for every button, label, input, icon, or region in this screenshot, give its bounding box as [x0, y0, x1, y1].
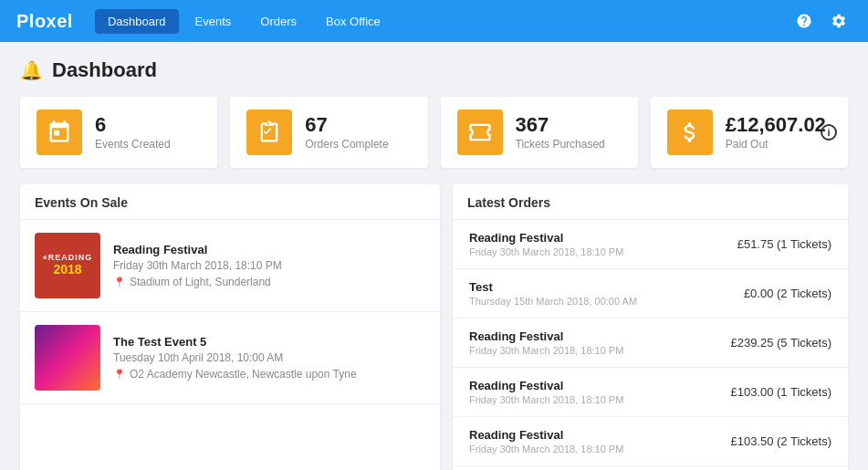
- event-thumb-test: [35, 325, 100, 391]
- event-name-test: The Test Event 5: [113, 335, 357, 349]
- dashboard-icon: 🔔: [20, 59, 43, 81]
- orders-panel: Latest Orders Reading Festival Friday 30…: [453, 184, 848, 470]
- order-date-1: Thursday 15th March 2018, 00:00 AM: [469, 296, 637, 307]
- events-panel: Events On Sale «READING 2018 Reading Fes…: [20, 184, 440, 470]
- nav-dashboard[interactable]: Dashboard: [95, 9, 179, 34]
- nav-links: Dashboard Events Orders Box Office: [95, 9, 791, 34]
- orders-panel-body: Reading Festival Friday 30th March 2018,…: [453, 220, 848, 470]
- order-name-4: Reading Festival: [469, 428, 623, 442]
- event-venue-reading: 📍 Stadium of Light, Sunderland: [113, 276, 282, 288]
- order-item-1[interactable]: Test Thursday 15th March 2018, 00:00 AM …: [453, 269, 848, 319]
- order-date-2: Friday 30th March 2018, 18:10 PM: [469, 345, 623, 356]
- orders-icon-box: [246, 110, 292, 155]
- paidout-label: Paid Out: [726, 138, 826, 151]
- event-venue-test: 📍 O2 Academy Newcastle, Newcastle upon T…: [113, 368, 357, 381]
- nav-box-office[interactable]: Box Office: [313, 9, 393, 34]
- page-title-row: 🔔 Dashboard: [20, 58, 848, 82]
- stat-card-events: 6 Events Created: [20, 97, 217, 168]
- nav-orders[interactable]: Orders: [247, 9, 309, 34]
- info-icon[interactable]: i: [821, 124, 837, 141]
- orders-panel-header: Latest Orders: [453, 184, 848, 220]
- paidout-value: £12,607.02: [726, 114, 826, 136]
- stat-card-tickets-text: 367 Tickets Purchased: [516, 114, 605, 151]
- events-label: Events Created: [95, 138, 171, 151]
- events-value: 6: [95, 114, 171, 136]
- order-amount-2: £239.25 (5 Tickets): [730, 336, 831, 350]
- page-title: Dashboard: [52, 58, 157, 82]
- order-amount-1: £0.00 (2 Tickets): [744, 287, 831, 300]
- navbar: Ploxel Dashboard Events Orders Box Offic…: [0, 0, 868, 42]
- events-panel-body: «READING 2018 Reading Festival Friday 30…: [20, 220, 440, 470]
- events-icon-box: [37, 110, 82, 155]
- stat-card-paidout: £12,607.02 Paid Out i: [651, 97, 848, 168]
- nav-events[interactable]: Events: [183, 9, 245, 34]
- order-name-0: Reading Festival: [469, 231, 623, 245]
- stat-card-events-text: 6 Events Created: [95, 114, 171, 151]
- orders-value: 67: [305, 114, 388, 136]
- order-date-0: Friday 30th March 2018, 18:10 PM: [469, 246, 623, 257]
- paidout-icon-box: [667, 110, 713, 155]
- order-item-4[interactable]: Reading Festival Friday 30th March 2018,…: [453, 417, 848, 466]
- location-icon-test: 📍: [113, 369, 126, 381]
- stat-cards: 6 Events Created 67 Orders Complete 367 …: [20, 97, 848, 168]
- dashboard-columns: Events On Sale «READING 2018 Reading Fes…: [20, 184, 848, 470]
- order-item-0[interactable]: Reading Festival Friday 30th March 2018,…: [453, 220, 848, 269]
- tickets-icon-box: [457, 110, 503, 155]
- event-item-reading[interactable]: «READING 2018 Reading Festival Friday 30…: [20, 220, 440, 312]
- order-date-4: Friday 30th March 2018, 18:10 PM: [469, 444, 623, 454]
- stat-card-tickets: 367 Tickets Purchased: [441, 97, 638, 168]
- order-name-3: Reading Festival: [469, 379, 623, 392]
- event-name-reading: Reading Festival: [113, 243, 282, 256]
- order-amount-4: £103.50 (2 Tickets): [730, 434, 831, 448]
- events-panel-header: Events On Sale: [20, 184, 440, 220]
- order-name-2: Reading Festival: [469, 329, 623, 343]
- brand-logo: Ploxel: [16, 11, 73, 32]
- location-icon-reading: 📍: [113, 277, 126, 288]
- order-amount-3: £103.00 (1 Tickets): [730, 385, 831, 399]
- stat-card-orders: 67 Orders Complete: [230, 97, 427, 168]
- settings-icon[interactable]: [826, 8, 852, 34]
- event-info-reading: Reading Festival Friday 30th March 2018,…: [113, 243, 282, 288]
- order-item-3[interactable]: Reading Festival Friday 30th March 2018,…: [453, 368, 848, 417]
- order-item-2[interactable]: Reading Festival Friday 30th March 2018,…: [453, 319, 848, 368]
- orders-label: Orders Complete: [305, 138, 388, 151]
- order-amount-0: £51.75 (1 Tickets): [737, 237, 831, 251]
- order-name-1: Test: [469, 280, 637, 294]
- event-info-test: The Test Event 5 Tuesday 10th April 2018…: [113, 335, 357, 381]
- page-content: 🔔 Dashboard 6 Events Created 67 Orders C…: [0, 42, 868, 470]
- stat-card-orders-text: 67 Orders Complete: [305, 114, 388, 151]
- event-thumb-reading: «READING 2018: [35, 233, 100, 298]
- order-date-3: Friday 30th March 2018, 18:10 PM: [469, 394, 623, 405]
- nav-icons: [791, 8, 852, 34]
- stat-card-paidout-text: £12,607.02 Paid Out: [726, 114, 826, 151]
- event-date-reading: Friday 30th March 2018, 18:10 PM: [113, 259, 282, 272]
- tickets-value: 367: [516, 114, 605, 136]
- help-icon[interactable]: [791, 8, 817, 34]
- event-item-test[interactable]: The Test Event 5 Tuesday 10th April 2018…: [20, 312, 440, 404]
- event-date-test: Tuesday 10th April 2018, 10:00 AM: [113, 351, 357, 364]
- tickets-label: Tickets Purchased: [516, 138, 605, 151]
